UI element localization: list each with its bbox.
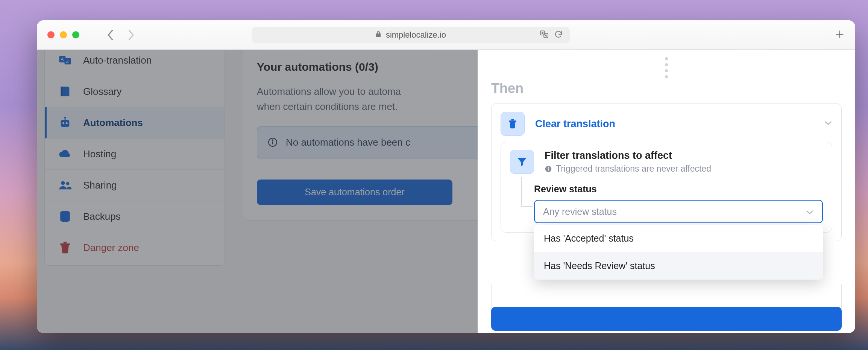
select-placeholder: Any review status <box>543 206 617 217</box>
drag-handle-icon[interactable] <box>665 57 668 78</box>
chevron-down-icon <box>824 120 832 127</box>
chevron-down-icon <box>806 206 814 217</box>
svg-rect-22 <box>509 120 516 122</box>
safari-window: simplelocalize.io AZ Auto- <box>37 20 855 333</box>
new-tab-button[interactable] <box>835 29 845 41</box>
dropdown-option-accepted[interactable]: Has 'Accepted' status <box>534 225 823 252</box>
lock-icon <box>375 30 381 40</box>
info-icon <box>545 165 552 173</box>
content-area: AZ Auto-translation Glossary Automations <box>37 50 855 333</box>
review-status-select[interactable]: Any review status Has 'Accepted' status … <box>534 200 823 223</box>
forward-button[interactable] <box>127 29 135 41</box>
filter-title: Filter translations to affect <box>545 150 823 161</box>
back-button[interactable] <box>106 29 115 41</box>
action-title: Clear translation <box>535 118 813 130</box>
then-card: Clear translation Filter translations to… <box>491 103 842 241</box>
then-section-label: Then <box>491 81 842 96</box>
trash-icon <box>501 112 525 136</box>
primary-action-bar[interactable] <box>491 307 842 331</box>
maximize-window[interactable] <box>72 31 79 38</box>
filter-block: Filter translations to affect Triggered … <box>501 142 832 233</box>
filter-icon <box>510 150 534 174</box>
tree-connector <box>510 177 534 223</box>
reload-icon[interactable] <box>554 30 563 40</box>
traffic-lights <box>47 31 79 38</box>
minimize-window[interactable] <box>60 31 67 38</box>
review-status-label: Review status <box>534 184 823 195</box>
action-clear-translation[interactable]: Clear translation <box>501 112 832 136</box>
review-status-dropdown: Has 'Accepted' status Has 'Needs Review'… <box>534 225 823 280</box>
dropdown-option-needs-review[interactable]: Has 'Needs Review' status <box>534 252 823 280</box>
titlebar: simplelocalize.io <box>37 20 855 50</box>
svg-rect-23 <box>511 119 514 121</box>
translate-icon[interactable] <box>540 30 549 40</box>
automation-editor-popover: Then Clear translation <box>478 50 855 333</box>
address-bar[interactable]: simplelocalize.io <box>252 27 570 43</box>
close-window[interactable] <box>47 31 55 38</box>
url-text: simplelocalize.io <box>386 30 446 40</box>
filter-subtitle: Triggered translations are never affecte… <box>556 164 711 174</box>
svg-point-26 <box>548 167 549 167</box>
svg-rect-25 <box>548 168 549 170</box>
